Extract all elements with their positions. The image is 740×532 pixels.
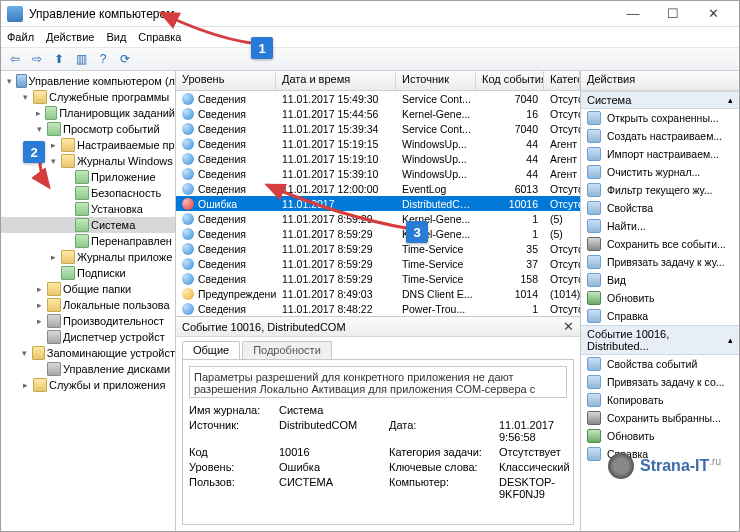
- tree-root[interactable]: ▾ Управление компьютером (л: [1, 73, 175, 89]
- action-icon: [587, 429, 601, 443]
- menu-view[interactable]: Вид: [106, 31, 126, 43]
- action-item[interactable]: Привязать задачу к жу...: [581, 253, 739, 271]
- table-row[interactable]: Сведения11.01.2017 15:19:15WindowsUp...4…: [176, 136, 580, 151]
- action-item[interactable]: Фильтр текущего жу...: [581, 181, 739, 199]
- tab-general[interactable]: Общие: [182, 341, 240, 359]
- action-item[interactable]: Вид: [581, 271, 739, 289]
- tree-item[interactable]: ▸Производительност: [1, 313, 175, 329]
- action-item[interactable]: Создать настраиваем...: [581, 127, 739, 145]
- keywords-label: Ключевые слова:: [389, 461, 499, 473]
- action-item[interactable]: Привязать задачу к со...: [581, 373, 739, 391]
- table-row[interactable]: Предупреждение11.01.2017 8:49:03DNS Clie…: [176, 286, 580, 301]
- tree-item[interactable]: ▸Журналы приложе: [1, 249, 175, 265]
- log-name-label: Имя журнала:: [189, 404, 279, 416]
- menu-file[interactable]: Файл: [7, 31, 34, 43]
- menu-action[interactable]: Действие: [46, 31, 94, 43]
- col-category[interactable]: Категория з...: [544, 71, 580, 90]
- table-row[interactable]: Сведения11.01.2017 15:39:10WindowsUp...4…: [176, 166, 580, 181]
- actions-section-event[interactable]: Событие 10016, Distributed...▴: [581, 325, 739, 355]
- computer-label: Компьютер:: [389, 476, 499, 500]
- col-source[interactable]: Источник: [396, 71, 476, 90]
- table-row[interactable]: Сведения11.01.2017 15:19:10WindowsUp...4…: [176, 151, 580, 166]
- minimize-button[interactable]: —: [613, 1, 653, 27]
- col-level[interactable]: Уровень: [176, 71, 276, 90]
- actions-section-system[interactable]: Система▴: [581, 91, 739, 109]
- detail-close-icon[interactable]: ✕: [563, 319, 574, 334]
- help-icon[interactable]: ?: [93, 49, 113, 69]
- menu-help[interactable]: Справка: [138, 31, 181, 43]
- action-icon: [587, 357, 601, 371]
- table-row[interactable]: Сведения11.01.2017 8:59:29Kernel-Gene...…: [176, 211, 580, 226]
- date-label: Дата:: [389, 419, 499, 443]
- tree-item[interactable]: Система: [1, 217, 175, 233]
- level-value: Ошибка: [279, 461, 389, 473]
- action-icon: [587, 291, 601, 305]
- tree-item[interactable]: Безопасность: [1, 185, 175, 201]
- action-item[interactable]: Свойства событий: [581, 355, 739, 373]
- tree-item[interactable]: ▸Общие папки: [1, 281, 175, 297]
- action-item[interactable]: Копировать: [581, 391, 739, 409]
- action-icon: [587, 147, 601, 161]
- table-row[interactable]: Сведения11.01.2017 12:00:00EventLog6013О…: [176, 181, 580, 196]
- action-item[interactable]: Свойства: [581, 199, 739, 217]
- tree-item[interactable]: Перенаправлен: [1, 233, 175, 249]
- tree-item[interactable]: ▾Запоминающие устройст: [1, 345, 175, 361]
- action-icon: [587, 309, 601, 323]
- tree-item[interactable]: Установка: [1, 201, 175, 217]
- table-row[interactable]: Сведения11.01.2017 8:59:29Time-Service37…: [176, 256, 580, 271]
- table-row[interactable]: Сведения11.01.2017 8:59:29Kernel-Gene...…: [176, 226, 580, 241]
- action-item[interactable]: Найти...: [581, 217, 739, 235]
- action-icon: [587, 411, 601, 425]
- cat-value: Отсутствует: [499, 446, 570, 458]
- col-date[interactable]: Дата и время: [276, 71, 396, 90]
- tree-item[interactable]: ▸Службы и приложения: [1, 377, 175, 393]
- toolbar: ⇦ ⇨ ⬆ ▥ ? ⟳: [1, 47, 739, 71]
- tree-item[interactable]: ▾Служебные программы: [1, 89, 175, 105]
- table-row[interactable]: Сведения11.01.2017 8:59:29Time-Service35…: [176, 241, 580, 256]
- tree-item[interactable]: Управление дисками: [1, 361, 175, 377]
- action-item[interactable]: Обновить: [581, 289, 739, 307]
- tree-item[interactable]: Подписки: [1, 265, 175, 281]
- code-value: 10016: [279, 446, 389, 458]
- table-row[interactable]: Сведения11.01.2017 8:59:29Time-Service15…: [176, 271, 580, 286]
- navigation-tree[interactable]: ▾ Управление компьютером (л ▾Служебные п…: [1, 71, 176, 531]
- action-item[interactable]: Открыть сохраненны...: [581, 109, 739, 127]
- window-titlebar: Управление компьютером — ☐ ✕: [1, 1, 739, 27]
- action-item[interactable]: Справка: [581, 307, 739, 325]
- back-icon[interactable]: ⇦: [5, 49, 25, 69]
- tree-item[interactable]: Диспетчер устройст: [1, 329, 175, 345]
- action-item[interactable]: Сохранить все событи...: [581, 235, 739, 253]
- tree-item[interactable]: Приложение: [1, 169, 175, 185]
- tree-item[interactable]: ▾Просмотр событий: [1, 121, 175, 137]
- table-row[interactable]: Сведения11.01.2017 15:44:56Kernel-Gene..…: [176, 106, 580, 121]
- source-value: DistributedCOM: [279, 419, 389, 443]
- refresh-icon[interactable]: ⟳: [115, 49, 135, 69]
- action-icon: [587, 219, 601, 233]
- event-detail-pane: Событие 10016, DistributedCOM ✕ Общие По…: [176, 316, 580, 531]
- action-item[interactable]: Очистить журнал...: [581, 163, 739, 181]
- tree-item[interactable]: ▸Локальные пользова: [1, 297, 175, 313]
- grid-body[interactable]: Сведения11.01.2017 15:49:30Service Cont.…: [176, 91, 580, 316]
- tree-item[interactable]: ▸Планировщик заданий: [1, 105, 175, 121]
- up-icon[interactable]: ⬆: [49, 49, 69, 69]
- table-row[interactable]: Ошибка11.01.2017DistributedC…10016Отсутс…: [176, 196, 580, 211]
- table-row[interactable]: Сведения11.01.2017 8:48:22Power-Trou...1…: [176, 301, 580, 316]
- action-item[interactable]: Импорт настраиваем...: [581, 145, 739, 163]
- forward-icon[interactable]: ⇨: [27, 49, 47, 69]
- action-icon: [587, 183, 601, 197]
- grid-header[interactable]: Уровень Дата и время Источник Код событи…: [176, 71, 580, 91]
- action-icon: [587, 255, 601, 269]
- action-item[interactable]: Сохранить выбранны...: [581, 409, 739, 427]
- user-value: СИСТЕМА: [279, 476, 389, 500]
- show-pane-icon[interactable]: ▥: [71, 49, 91, 69]
- table-row[interactable]: Сведения11.01.2017 15:39:34Service Cont.…: [176, 121, 580, 136]
- annotation-badge-1: 1: [251, 37, 273, 59]
- action-icon: [587, 237, 601, 251]
- action-icon: [587, 273, 601, 287]
- table-row[interactable]: Сведения11.01.2017 15:49:30Service Cont.…: [176, 91, 580, 106]
- tab-details[interactable]: Подробности: [242, 341, 332, 359]
- action-item[interactable]: Обновить: [581, 427, 739, 445]
- close-button[interactable]: ✕: [693, 1, 733, 27]
- maximize-button[interactable]: ☐: [653, 1, 693, 27]
- col-event-id[interactable]: Код события: [476, 71, 544, 90]
